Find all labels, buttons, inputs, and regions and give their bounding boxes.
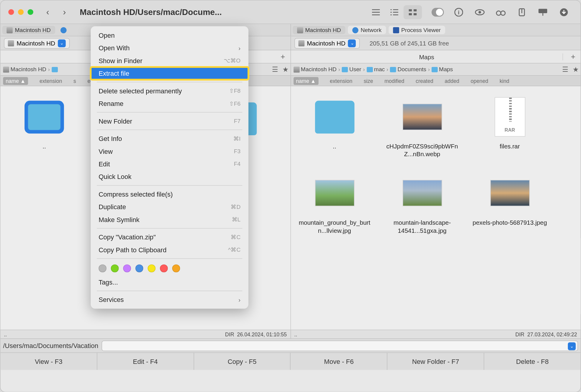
col-created[interactable]: created bbox=[416, 78, 433, 84]
tag-color[interactable] bbox=[135, 265, 143, 272]
separator bbox=[97, 130, 242, 130]
fn-delete-button[interactable]: Delete - F8 bbox=[484, 353, 581, 370]
file-item[interactable]: .. bbox=[5, 95, 84, 150]
crumb-right-3[interactable]: Documents bbox=[390, 66, 426, 73]
tab-macintosh-hd-right[interactable]: Macintosh HD bbox=[293, 26, 345, 34]
col-kind[interactable]: kind bbox=[500, 78, 509, 84]
new-tab-right[interactable]: + bbox=[566, 52, 581, 61]
tag-color[interactable] bbox=[99, 265, 106, 272]
storage-info: 205,51 GB of 245,11 GB free bbox=[370, 39, 449, 46]
col-size[interactable]: size bbox=[364, 78, 373, 84]
column-headers: name ▲extensionsedkind name ▲extensionsi… bbox=[0, 76, 580, 86]
tag-color[interactable] bbox=[148, 265, 155, 272]
shortcut: ⌘C bbox=[231, 234, 240, 240]
menu-rename[interactable]: Rename⇧F6 bbox=[91, 97, 249, 110]
fn-view-button[interactable]: View - F3 bbox=[0, 353, 97, 370]
menu-copy-path-to-clipboard[interactable]: Copy Path to Clipboard^⌘C bbox=[91, 243, 249, 256]
star-icon[interactable]: ★ bbox=[571, 65, 580, 74]
crumb-right-2[interactable]: mac bbox=[367, 66, 385, 73]
menu-show-in-finder[interactable]: Show in Finder⌥⌘O bbox=[91, 54, 249, 67]
menu-get-info[interactable]: Get Info⌘I bbox=[91, 132, 249, 145]
server-icon[interactable] bbox=[537, 7, 549, 17]
tab-macintosh-hd-left[interactable]: Macintosh HD bbox=[2, 26, 55, 34]
file-item[interactable]: cHJpdmF0ZS9sci9pbWFnZ...nBn.webp bbox=[383, 95, 462, 158]
maximize-button[interactable] bbox=[28, 9, 33, 15]
menu-open-with[interactable]: Open With› bbox=[91, 42, 249, 54]
crumb-right-4[interactable]: Maps bbox=[432, 66, 453, 73]
col-opened[interactable]: opened bbox=[471, 78, 488, 84]
menu-extract-file[interactable]: Extract file bbox=[91, 67, 249, 80]
menu-compress-selected-file-s-[interactable]: Compress selected file(s) bbox=[91, 188, 249, 200]
download-icon[interactable] bbox=[558, 7, 570, 17]
separator bbox=[97, 228, 242, 228]
folder-icon bbox=[432, 67, 438, 72]
separator bbox=[97, 112, 242, 113]
tag-color[interactable] bbox=[111, 265, 119, 272]
folder-up-icon bbox=[25, 101, 64, 133]
menu-duplicate[interactable]: Duplicate⌘D bbox=[91, 200, 249, 213]
folder-icon bbox=[315, 101, 354, 133]
col-name[interactable]: name ▲ bbox=[3, 77, 28, 85]
menu-services[interactable]: Services› bbox=[91, 293, 249, 306]
minimize-button[interactable] bbox=[18, 9, 24, 15]
menu-quick-look[interactable]: Quick Look bbox=[91, 170, 249, 183]
list-icon[interactable]: ☰ bbox=[270, 65, 280, 74]
col-added[interactable]: added bbox=[445, 78, 459, 84]
svg-rect-12 bbox=[414, 13, 417, 15]
menu-make-symlink[interactable]: Make Symlink⌘L bbox=[91, 213, 249, 226]
tag-color[interactable] bbox=[123, 265, 131, 272]
close-button[interactable] bbox=[8, 9, 14, 15]
file-item[interactable]: mountain_ground_by_burtn...llview.jpg bbox=[295, 171, 374, 235]
menu-view[interactable]: ViewF3 bbox=[91, 145, 249, 157]
icons-view-button[interactable] bbox=[403, 5, 422, 19]
drive-selector-right[interactable]: Macintosh HD ⌄ bbox=[294, 38, 360, 48]
list-view-button[interactable] bbox=[367, 5, 385, 19]
fn-copy-button[interactable]: Copy - F5 bbox=[194, 353, 291, 370]
eye-icon[interactable] bbox=[474, 7, 486, 17]
star-icon[interactable]: ★ bbox=[281, 65, 290, 74]
toggle-switch[interactable] bbox=[432, 7, 444, 17]
folder-icon bbox=[52, 67, 58, 72]
menu-delete-selected-permanently[interactable]: Delete selected permanently⇧F8 bbox=[91, 84, 249, 97]
tab-process-viewer[interactable]: Process Viewer bbox=[388, 26, 445, 34]
col-extension[interactable]: extension bbox=[40, 78, 62, 84]
menu-edit[interactable]: EditF4 bbox=[91, 158, 249, 170]
app-window: ‹ › Macintosh HD/Users/mac/Docume... i M… bbox=[0, 0, 581, 392]
list-icon[interactable]: ☰ bbox=[560, 65, 570, 74]
command-input[interactable]: ⌄ bbox=[102, 340, 578, 351]
tab-network[interactable]: Network bbox=[348, 26, 386, 34]
tag-color[interactable] bbox=[160, 265, 168, 272]
tag-color[interactable] bbox=[172, 265, 180, 272]
menu-copy-vacation-zip-[interactable]: Copy "Vacation.zip"⌘C bbox=[91, 231, 249, 243]
binoculars-icon[interactable] bbox=[495, 7, 507, 17]
back-button[interactable]: ‹ bbox=[41, 5, 55, 19]
fn-move-button[interactable]: Move - F6 bbox=[291, 353, 388, 370]
col-name[interactable]: name ▲ bbox=[293, 77, 318, 85]
file-item[interactable]: pexels-photo-5687913.jpeg bbox=[470, 171, 549, 235]
col-modified[interactable]: modified bbox=[385, 78, 404, 84]
drive-selector-left[interactable]: Macintosh HD ⌄ bbox=[4, 38, 69, 48]
file-item[interactable]: files.rar bbox=[470, 95, 549, 158]
file-item[interactable]: mountain-landscape-14541...51gxa.jpg bbox=[383, 171, 462, 235]
menu-new-folder[interactable]: New FolderF7 bbox=[91, 115, 249, 127]
separator bbox=[97, 82, 242, 82]
fn-edit-button[interactable]: Edit - F4 bbox=[97, 353, 194, 370]
crumb-right-1[interactable]: User bbox=[342, 66, 361, 73]
forward-button[interactable]: › bbox=[58, 5, 71, 19]
archive-icon[interactable] bbox=[516, 7, 528, 17]
doctab-maps[interactable]: Maps bbox=[291, 53, 563, 60]
separator bbox=[97, 185, 242, 186]
crumb-right-0[interactable]: Macintosh HD bbox=[293, 66, 336, 73]
info-icon[interactable]: i bbox=[453, 7, 465, 17]
fn-new-button[interactable]: New Folder - F7 bbox=[388, 353, 484, 370]
col-s[interactable]: s bbox=[73, 78, 76, 84]
file-item[interactable]: .. bbox=[295, 95, 374, 158]
menu-open[interactable]: Open bbox=[91, 29, 249, 42]
columns-view-button[interactable] bbox=[385, 5, 403, 19]
right-pane[interactable]: ..cHJpdmF0ZS9sci9pbWFnZ...nBn.webpfiles.… bbox=[291, 86, 581, 329]
globe-icon[interactable] bbox=[60, 27, 66, 33]
menu-tags-[interactable]: Tags... bbox=[91, 276, 249, 288]
col-extension[interactable]: extension bbox=[330, 78, 352, 84]
new-tab-left[interactable]: + bbox=[275, 52, 290, 61]
crumb-left-0[interactable]: Macintosh HD bbox=[3, 66, 46, 73]
